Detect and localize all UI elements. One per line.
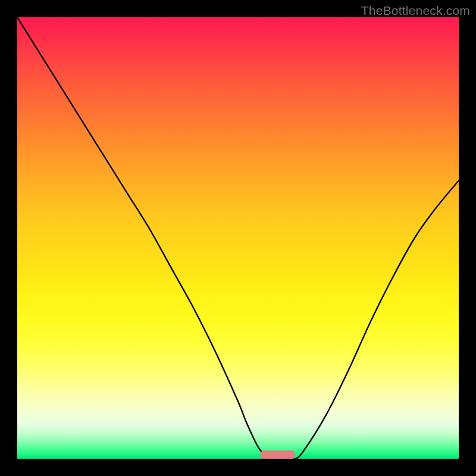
optimal-marker	[260, 450, 295, 459]
chart-area	[17, 17, 459, 459]
chart-overlay	[17, 17, 459, 459]
watermark: TheBottleneck.com	[361, 4, 470, 18]
svg-rect-0	[260, 450, 295, 459]
bottleneck-curve	[17, 17, 459, 459]
